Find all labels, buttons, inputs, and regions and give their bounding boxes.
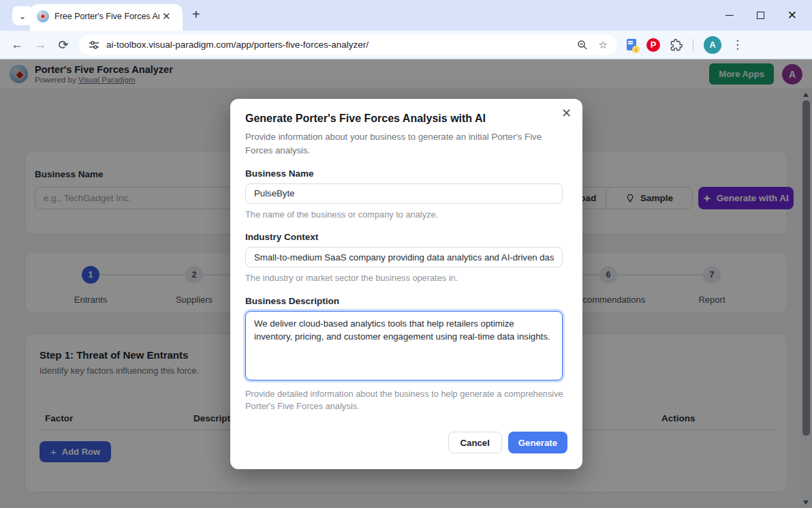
nav-buttons: ← → ⟳ xyxy=(0,38,75,53)
modal-business-name-label: Business Name xyxy=(245,168,567,179)
browser-tab[interactable]: Free Porter's Five Forces Analyz ✕ xyxy=(30,4,183,31)
document-download-extension-icon[interactable] xyxy=(627,39,636,50)
business-description-label: Business Description xyxy=(245,296,567,306)
browser-toolbar: ← → ⟳ ai-toolbox.visual-paradigm.com/app… xyxy=(0,31,812,59)
address-bar[interactable]: ai-toolbox.visual-paradigm.com/app/porte… xyxy=(79,35,617,55)
visual-paradigm-favicon-icon xyxy=(37,10,49,23)
browser-window: ⌄ Free Porter's Five Forces Analyz ✕ + ✕… xyxy=(0,0,812,508)
tab-title: Free Porter's Five Forces Analyz xyxy=(54,12,159,21)
site-info-icon[interactable] xyxy=(89,40,99,50)
window-maximize-button[interactable] xyxy=(757,12,764,19)
chevron-down-icon: ⌄ xyxy=(19,11,27,21)
zoom-out-icon[interactable] xyxy=(577,40,588,50)
business-name-helper: The name of the business or company to a… xyxy=(245,209,567,222)
extensions-puzzle-icon[interactable] xyxy=(670,39,683,51)
window-controls: ✕ xyxy=(725,0,812,31)
business-description-helper: Provide detailed information about the b… xyxy=(245,388,567,413)
industry-context-input[interactable] xyxy=(245,247,563,267)
url-text[interactable]: ai-toolbox.visual-paradigm.com/app/porte… xyxy=(106,40,369,50)
maximize-icon xyxy=(757,12,764,19)
back-button[interactable]: ← xyxy=(5,38,29,52)
window-close-button[interactable]: ✕ xyxy=(787,10,797,21)
dialog-title: Generate Porter's Five Forces Analysis w… xyxy=(245,113,567,125)
bookmark-star-icon[interactable]: ☆ xyxy=(599,39,608,51)
generate-button[interactable]: Generate xyxy=(508,432,567,453)
minimize-icon xyxy=(725,15,734,16)
dialog-description: Provide information about your business … xyxy=(245,130,560,158)
close-icon: ✕ xyxy=(787,10,797,21)
modal-business-name-input[interactable] xyxy=(245,183,563,204)
window-minimize-button[interactable] xyxy=(725,15,734,16)
omnibox-actions: ☆ xyxy=(577,39,608,51)
toolbar-separator xyxy=(693,39,693,51)
business-description-textarea[interactable]: We deliver cloud-based analytics tools t… xyxy=(245,311,563,380)
browser-titlebar: ⌄ Free Porter's Five Forces Analyz ✕ + ✕ xyxy=(0,0,812,31)
dialog-footer: Cancel Generate xyxy=(448,432,567,453)
industry-context-helper: The industry or market sector the busine… xyxy=(245,272,567,285)
browser-menu-icon[interactable]: ⋮ xyxy=(732,38,754,52)
industry-context-label: Industry Context xyxy=(245,232,567,242)
forward-button[interactable]: → xyxy=(29,38,52,52)
dialog-close-icon[interactable]: ✕ xyxy=(561,106,572,121)
browser-profile-avatar[interactable]: A xyxy=(704,36,721,54)
cancel-button[interactable]: Cancel xyxy=(448,432,502,453)
reload-button[interactable]: ⟳ xyxy=(52,38,75,53)
new-tab-button[interactable]: + xyxy=(192,8,200,21)
toolbar-extensions: P A ⋮ xyxy=(627,36,754,54)
tab-close-icon[interactable]: ✕ xyxy=(162,11,171,21)
generate-ai-dialog: ✕ Generate Porter's Five Forces Analysis… xyxy=(230,99,582,469)
pinterest-icon[interactable]: P xyxy=(646,38,660,52)
